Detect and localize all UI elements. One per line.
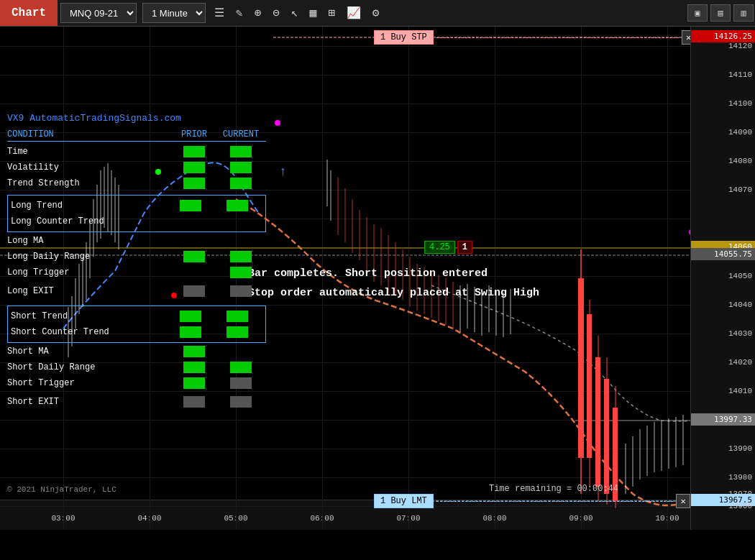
row-long-trend: Long Trend [11,198,262,213]
price-axis: 14126.25 14120 14110 14100 14090 14080 1… [690,27,755,530]
copyright: © 2021 NinjaTrader, LLC [7,485,116,494]
lct-current-box [226,216,248,227]
cond-long-counter-trend: Long Counter Trend [11,216,169,226]
row-short-daily-range: Short Daily Range [7,360,266,375]
buy-stp-close[interactable]: ✕ [682,30,690,45]
cond-long-daily-range: Long Daily Range [7,252,173,262]
row-volatility: Volatility [7,160,266,175]
price-14110: 14110 [728,70,752,79]
svg-rect-48 [578,278,584,458]
chart-title: Chart [0,0,58,26]
price-14050: 14050 [728,272,752,280]
trade-contracts: 1 [457,241,472,254]
panel-btn-1[interactable]: ▣ [687,4,708,22]
buy-stp-box[interactable]: 1 Buy STP [374,30,434,45]
lct-prior-box [180,216,201,227]
price-14070: 14070 [728,185,752,194]
current-price: 14055.75 [691,248,755,260]
zoom-out-icon[interactable]: ⊖ [270,4,283,22]
blue-arrow-up: ↑ [279,165,287,179]
ltrig-prior-box [183,267,205,278]
ts-prior-box [183,178,205,189]
pencil-icon[interactable]: ✎ [233,4,246,22]
sdr-current-box [230,362,252,373]
lexit-prior-box [183,285,205,297]
sexit-current-box [230,396,252,408]
price-14040: 14040 [728,300,752,309]
buy-lmt-box[interactable]: 1 Buy LMT [374,494,434,508]
price-13960: 13960 [728,502,752,510]
buy-stp-label: 1 Buy STP ✕ [374,30,690,45]
vol-current-box [230,162,252,173]
zoom-in-icon[interactable]: ⊕ [252,4,265,22]
sct-prior-box [180,326,201,338]
row-trend-strength: Trend Strength [7,176,266,191]
panel-btn-2[interactable]: ▤ [710,4,731,22]
svg-rect-50 [587,314,592,458]
row-short-exit: Short EXIT [7,395,266,409]
indicator-icon[interactable]: 📈 [344,4,364,22]
panel-btn-3[interactable]: ▥ [733,4,754,22]
signal-panel: VX9 AutomaticTradingSignals.com CONDITIO… [7,113,266,410]
trade-info: 4.25 1 [424,241,472,254]
timeframe-selector[interactable]: 1 Minute [142,3,206,23]
time-remaining: Time remaining = 00:00:44 [489,484,618,494]
row-short-trend: Short Trend [11,309,262,323]
bars-icon[interactable]: ☰ [211,4,227,22]
condition-table: CONDITION PRIOR CURRENT Time Volatility … [7,129,266,409]
cond-short-daily-range: Short Daily Range [7,362,173,372]
price-14100: 14100 [728,99,752,108]
lexit-current-box [230,285,252,297]
cond-short-counter-trend: Short Counter Trend [11,327,169,337]
price-14010: 14010 [728,387,752,395]
row-short-trigger: Short Trigger [7,376,266,390]
condition-header: CONDITION PRIOR CURRENT [7,129,266,142]
annotation-bar-completes: Bar completes. Short position entered [248,267,488,280]
header-current: CURRENT [216,129,266,139]
row-long-daily-range: Long Daily Range [7,249,266,264]
cond-long-exit: Long EXIT [7,286,173,296]
symbol-selector[interactable]: MNQ 09-21 [60,3,137,23]
header-prior: PRIOR [173,129,216,139]
sma-current-box [230,346,252,357]
cond-short-ma: Short MA [7,346,173,357]
ldr-current-box [230,251,252,262]
buy-lmt-label: 1 Buy LMT ✕ [374,494,690,508]
crosshair-icon[interactable]: ⊞ [325,4,338,22]
cond-short-trigger: Short Trigger [7,378,173,388]
cursor-icon[interactable]: ↖ [288,4,301,22]
row-short-ma: Short MA [7,344,266,359]
short-bordered-section: Short Trend Short Counter Trend [7,306,266,343]
main-area: ↑ 1 Buy STP ✕ 1 Buy LMT ✕ 4.25 1 Bar com… [0,27,755,560]
cond-short-trend: Short Trend [11,311,169,321]
sdr-prior-box [183,362,205,373]
vol-prior-box [183,162,205,173]
price-14020: 14020 [728,358,752,367]
magenta-dot-top [275,120,280,126]
strig-prior-box [183,377,205,389]
price-13997: 13997.33 [691,413,755,426]
settings-icon[interactable]: ⚙ [370,4,383,22]
price-14080: 14080 [728,157,752,165]
row-time: Time [7,144,266,159]
time-prior-box [183,146,205,157]
price-14090: 14090 [728,128,752,137]
cond-long-trigger: Long Trigger [7,267,173,277]
sexit-prior-box [183,396,205,408]
chart-type-icon[interactable]: ▦ [307,4,320,22]
sct-current-box [226,326,248,338]
st-current-box [226,311,248,322]
price-13980: 13980 [728,473,752,482]
trade-distance: 4.25 [424,241,455,254]
row-long-counter-trend: Long Counter Trend [11,214,262,229]
ltrig-current-box [230,267,252,278]
lt-prior-box [180,200,201,211]
svg-rect-52 [595,357,600,487]
cond-time: Time [7,147,173,157]
magenta-dot-right [689,229,690,235]
lma-prior-box [183,235,205,247]
price-14030: 14030 [728,329,752,338]
buy-lmt-close[interactable]: ✕ [676,494,690,508]
svg-rect-54 [604,379,609,494]
cond-trend-strength: Trend Strength [7,178,173,188]
